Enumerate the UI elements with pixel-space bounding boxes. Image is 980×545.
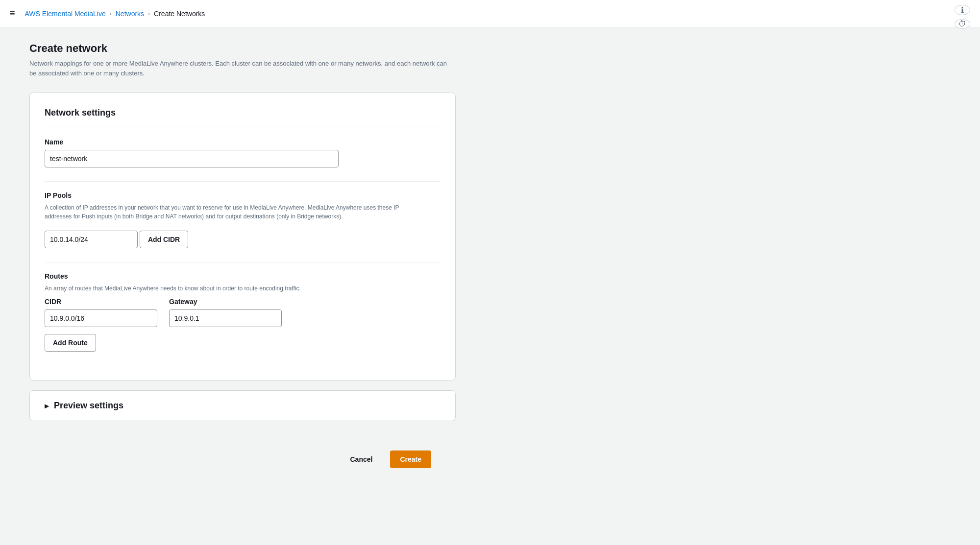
info-icon: ℹ: [961, 5, 964, 15]
preview-settings-card: ▶ Preview settings: [29, 390, 456, 421]
ip-pools-label: IP Pools: [45, 191, 441, 199]
ip-pools-description: A collection of IP addresses in your net…: [45, 203, 417, 221]
gateway-column-label: Gateway: [169, 298, 282, 306]
breadcrumb-separator-2: ›: [148, 10, 150, 17]
name-input[interactable]: [45, 150, 339, 167]
network-settings-card: Network settings Name IP Pools A collect…: [29, 93, 456, 380]
top-bar: ≡ AWS Elemental MediaLive › Networks › C…: [0, 0, 980, 27]
page-description: Network mappings for one or more MediaLi…: [29, 59, 451, 78]
gateway-field: Gateway: [169, 298, 282, 327]
divider-2: [45, 262, 441, 262]
history-icon-button[interactable]: ⏱: [955, 19, 970, 29]
cidr-input[interactable]: [45, 231, 138, 248]
breadcrumb-separator-1: ›: [110, 10, 112, 17]
routes-description: An array of routes that MediaLive Anywhe…: [45, 284, 417, 293]
breadcrumb: AWS Elemental MediaLive › Networks › Cre…: [25, 10, 205, 18]
route-cidr-input[interactable]: [45, 309, 157, 327]
create-button[interactable]: Create: [390, 450, 431, 468]
routes-label: Routes: [45, 272, 441, 280]
cidr-column-label: CIDR: [45, 298, 157, 306]
hamburger-menu-icon[interactable]: ≡: [10, 8, 15, 19]
name-section: Name: [45, 138, 441, 167]
page-title: Create network: [29, 42, 461, 55]
breadcrumb-service-link[interactable]: AWS Elemental MediaLive: [25, 10, 106, 18]
footer-actions: Cancel Create: [29, 441, 461, 478]
divider-1: [45, 181, 441, 182]
card-title: Network settings: [45, 108, 441, 126]
cancel-button[interactable]: Cancel: [340, 450, 382, 468]
routes-section: Routes An array of routes that MediaLive…: [45, 272, 441, 352]
preview-arrow-icon: ▶: [45, 403, 49, 409]
top-bar-icons: ℹ ⏱: [955, 0, 970, 27]
routes-grid: CIDR Gateway: [45, 298, 441, 327]
preview-settings-header[interactable]: ▶ Preview settings: [45, 401, 441, 411]
history-icon: ⏱: [958, 20, 966, 28]
info-icon-button[interactable]: ℹ: [955, 5, 970, 15]
add-route-button[interactable]: Add Route: [45, 334, 96, 352]
add-cidr-button[interactable]: Add CIDR: [140, 231, 188, 248]
main-content: Create network Network mappings for one …: [0, 27, 490, 493]
ip-pools-section: IP Pools A collection of IP addresses in…: [45, 191, 441, 248]
cidr-field: CIDR: [45, 298, 157, 327]
route-gateway-input[interactable]: [169, 309, 282, 327]
name-label: Name: [45, 138, 441, 146]
breadcrumb-networks-link[interactable]: Networks: [116, 10, 144, 18]
breadcrumb-current-page: Create Networks: [154, 10, 205, 18]
preview-settings-title: Preview settings: [54, 401, 123, 411]
